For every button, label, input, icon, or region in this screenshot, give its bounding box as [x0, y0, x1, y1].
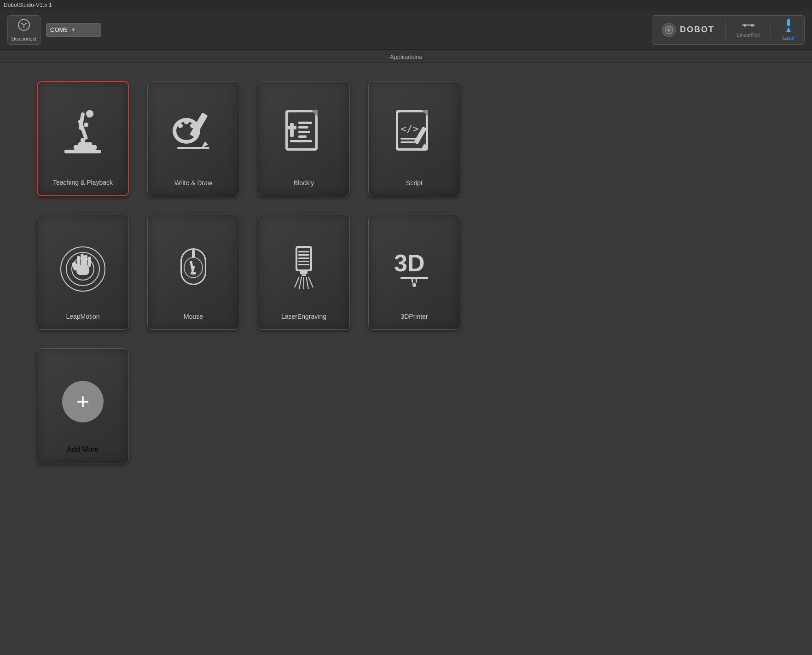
svg-rect-33	[290, 123, 294, 137]
linear-rail-label: LinearRail	[737, 32, 760, 38]
svg-point-21	[87, 114, 91, 117]
svg-text:</>: </>	[400, 123, 419, 135]
app-card-write-draw[interactable]: Write & Draw	[147, 81, 239, 196]
device-panel: DOBOT LinearRail Laser	[652, 15, 805, 45]
svg-point-64	[190, 261, 192, 263]
linear-rail-icon	[742, 22, 755, 31]
write-draw-label: Write & Draw	[174, 179, 212, 187]
teaching-playback-icon	[55, 105, 110, 161]
svg-rect-37	[298, 131, 310, 133]
linear-rail-option[interactable]: LinearRail	[737, 22, 760, 38]
svg-marker-29	[202, 141, 208, 148]
device-logo: DOBOT	[661, 23, 714, 37]
svg-rect-13	[74, 145, 97, 150]
svg-rect-54	[81, 254, 84, 267]
svg-rect-56	[88, 257, 91, 267]
title-bar: DobotStudio-V1.5.1	[0, 0, 812, 10]
com-dropdown-arrow: ▼	[71, 27, 76, 32]
svg-rect-55	[84, 255, 87, 267]
svg-rect-38	[298, 135, 307, 138]
app-card-script[interactable]: </> Script	[368, 81, 460, 196]
app-card-laser-engraving[interactable]: LaserEngraving	[258, 215, 350, 330]
disconnect-icon	[17, 18, 30, 34]
svg-rect-47	[400, 141, 414, 143]
app-card-leapmotion[interactable]: LeapMotion	[37, 215, 129, 330]
svg-rect-69	[298, 251, 309, 252]
svg-point-7	[743, 24, 746, 27]
svg-marker-10	[786, 27, 791, 32]
teaching-playback-label: Teaching & Playback	[53, 179, 113, 186]
laser-icon	[784, 19, 793, 34]
mouse-label: Mouse	[184, 313, 203, 320]
svg-rect-73	[298, 264, 309, 265]
svg-rect-72	[298, 261, 309, 262]
svg-rect-53	[77, 256, 80, 267]
leapmotion-icon	[55, 239, 110, 294]
blockly-icon	[276, 105, 331, 161]
device-divider	[725, 21, 726, 39]
disconnect-button[interactable]: Disconnect	[7, 15, 41, 45]
write-draw-icon	[166, 105, 221, 161]
3dprinter-label: 3DPrinter	[400, 313, 428, 320]
svg-point-65	[191, 268, 194, 271]
blockly-label: Blockly	[294, 179, 314, 187]
add-more-card[interactable]: + Add More	[37, 348, 129, 463]
svg-point-85	[412, 283, 416, 287]
svg-point-25	[184, 120, 189, 124]
svg-line-77	[299, 277, 302, 289]
toolbar: Disconnect COM5 ▼ DOBOT	[0, 10, 812, 50]
svg-rect-66	[191, 272, 196, 275]
script-label: Script	[406, 179, 423, 187]
disconnect-label: Disconnect	[12, 36, 36, 41]
svg-rect-46	[400, 138, 419, 140]
app-card-mouse[interactable]: Mouse	[147, 215, 239, 330]
svg-rect-18	[88, 110, 90, 113]
svg-rect-9	[787, 19, 790, 26]
device-name: DOBOT	[680, 25, 714, 35]
mouse-icon	[166, 239, 221, 294]
svg-text:3D: 3D	[394, 250, 424, 276]
laser-engraving-label: LaserEngraving	[281, 313, 326, 320]
svg-point-5	[667, 28, 671, 32]
svg-rect-36	[298, 126, 308, 129]
svg-rect-71	[298, 257, 309, 259]
com-select[interactable]: COM5 ▼	[46, 23, 101, 37]
com-value: COM5	[50, 26, 68, 33]
app-card-blockly[interactable]: Blockly	[258, 81, 350, 196]
svg-line-80	[308, 277, 313, 287]
svg-line-1	[21, 23, 24, 25]
script-icon: </>	[387, 105, 442, 161]
app-grid: Teaching & Playback Write & Draw	[0, 63, 812, 482]
svg-rect-34	[287, 126, 296, 129]
svg-rect-14	[64, 150, 101, 153]
app-title: DobotStudio-V1.5.1	[4, 2, 52, 8]
svg-point-24	[178, 123, 183, 128]
svg-rect-75	[302, 273, 306, 276]
laser-option[interactable]: Laser	[782, 19, 795, 41]
svg-rect-30	[177, 147, 209, 149]
app-section-label: Applications	[0, 50, 812, 63]
add-more-icon: +	[62, 381, 104, 422]
leapmotion-label: LeapMotion	[66, 313, 99, 320]
laser-label: Laser	[782, 35, 795, 41]
add-more-label: Add More	[67, 445, 99, 454]
app-card-teaching-playback[interactable]: Teaching & Playback	[37, 81, 129, 196]
svg-point-19	[81, 138, 85, 142]
svg-line-2	[24, 23, 27, 25]
svg-point-20	[84, 123, 88, 127]
3dprinter-icon: 3D	[387, 239, 442, 294]
laser-engraving-icon	[276, 239, 331, 294]
svg-line-76	[295, 277, 299, 287]
svg-line-79	[306, 277, 308, 289]
svg-rect-35	[298, 122, 312, 124]
svg-rect-70	[298, 254, 309, 256]
app-card-3dprinter[interactable]: 3D 3DPrinter	[368, 215, 460, 330]
svg-point-8	[751, 24, 754, 27]
device-divider2	[771, 21, 771, 39]
svg-rect-39	[290, 140, 312, 142]
dobot-logo-icon	[661, 23, 676, 37]
